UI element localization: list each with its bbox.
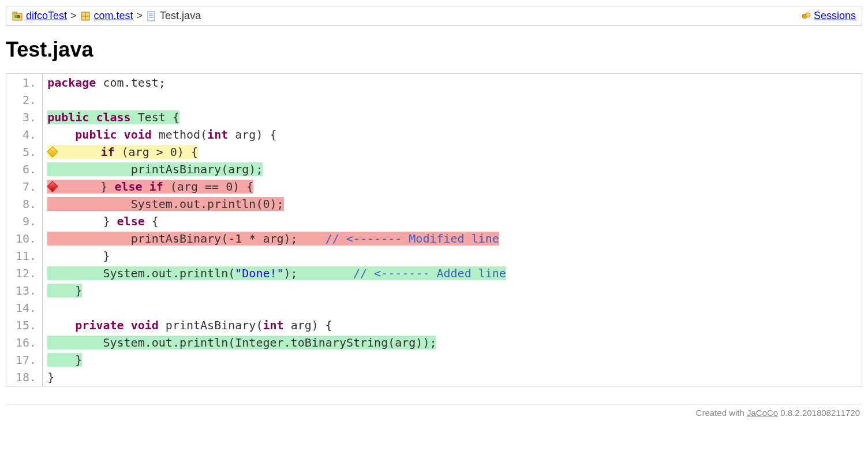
line-number: 16. xyxy=(16,334,36,351)
token-punct: ( xyxy=(114,145,128,159)
breadcrumb-right: Sessions xyxy=(801,10,856,22)
sessions-gear-icon xyxy=(801,11,811,21)
token-name: Test xyxy=(138,110,166,124)
token-name: arg xyxy=(395,336,416,349)
footer-prefix: Created with xyxy=(696,408,747,418)
code-line: } xyxy=(47,351,857,369)
partial-coverage-diamond-icon xyxy=(47,146,58,158)
token-name: printAsBinary xyxy=(131,232,222,246)
no-coverage-diamond-icon xyxy=(47,181,58,192)
breadcrumb-left: difcoTest > com.test > Test.java xyxy=(12,10,201,22)
token-keyword: else xyxy=(117,214,145,228)
token-punct: . xyxy=(145,266,152,280)
token-keyword: else xyxy=(114,180,142,194)
token-punct xyxy=(47,128,75,142)
line-number: 12. xyxy=(16,265,36,282)
token-punct: ( xyxy=(221,162,228,176)
token-name: Integer xyxy=(235,336,283,349)
line-number: 10. xyxy=(16,230,36,247)
code-line-content: } else if (arg == 0) { xyxy=(47,180,253,194)
token-punct: ) { xyxy=(256,128,276,142)
token-num: 0 xyxy=(263,197,270,211)
code-line-content: public class Test { xyxy=(47,110,179,124)
token-punct: ( xyxy=(200,128,207,142)
svg-point-12 xyxy=(806,13,810,17)
breadcrumb-package-link[interactable]: com.test xyxy=(94,10,133,22)
token-keyword: int xyxy=(263,318,283,332)
token-keyword: if xyxy=(100,145,114,159)
line-number: 18. xyxy=(16,369,36,386)
token-punct xyxy=(228,128,235,142)
token-punct: } xyxy=(47,284,82,298)
token-punct: . xyxy=(145,336,152,349)
token-name: arg xyxy=(177,180,198,194)
token-punct: ( xyxy=(256,318,263,332)
page-title: Test.java xyxy=(6,38,862,62)
code-line: printAsBinary(arg); xyxy=(47,161,857,178)
token-punct xyxy=(47,197,131,211)
token-name: arg xyxy=(291,318,312,332)
token-comment: // <------- Modified line xyxy=(326,232,499,246)
project-folder-icon xyxy=(12,11,23,21)
token-punct: ( xyxy=(228,266,235,280)
code-line: private void printAsBinary(int arg) { xyxy=(47,317,857,334)
code-line: } else { xyxy=(47,213,857,230)
token-punct xyxy=(159,318,166,332)
token-name: out xyxy=(152,336,173,349)
token-punct xyxy=(124,318,131,332)
token-punct xyxy=(96,76,103,90)
footer-separator xyxy=(6,404,862,404)
token-punct xyxy=(47,336,103,349)
code-line-content: System.out.println(0); xyxy=(47,197,283,211)
line-number: 6. xyxy=(16,161,36,178)
code-line: System.out.println(Integer.toBinaryStrin… xyxy=(47,334,857,351)
code-line: public class Test { xyxy=(47,109,857,126)
token-keyword: int xyxy=(207,128,228,142)
token-name: printAsBinary xyxy=(131,162,222,176)
line-number: 4. xyxy=(16,126,36,143)
code-line: } else if (arg == 0) { xyxy=(47,178,857,195)
code-line-content: printAsBinary(-1 * arg); // <------- Mod… xyxy=(47,232,499,246)
code-line: } xyxy=(47,282,857,299)
token-punct: . xyxy=(173,336,179,349)
line-number: 13. xyxy=(16,282,36,299)
token-name: arg xyxy=(235,128,256,142)
token-punct: == xyxy=(198,180,226,194)
footer-jacoco-link[interactable]: JaCoCo xyxy=(747,408,778,418)
token-name: println xyxy=(179,266,228,280)
token-punct: . xyxy=(124,76,131,90)
token-keyword: package xyxy=(47,76,96,90)
token-punct xyxy=(47,162,131,176)
token-punct xyxy=(131,110,138,124)
token-name: System xyxy=(103,336,144,349)
sessions-link[interactable]: Sessions xyxy=(814,10,856,22)
token-punct: } xyxy=(47,214,117,228)
token-punct: ) { xyxy=(177,145,198,159)
code-line: package com.test; xyxy=(47,74,857,91)
code-line xyxy=(47,91,857,109)
token-num: -1 xyxy=(228,232,242,246)
line-number: 5. xyxy=(16,143,36,161)
code-line-content: } xyxy=(47,284,82,298)
breadcrumb-separator: > xyxy=(137,10,143,22)
line-number: 15. xyxy=(16,317,36,334)
svg-rect-1 xyxy=(13,12,17,14)
token-punct: . xyxy=(173,197,179,211)
file-icon xyxy=(146,11,156,21)
token-name: println xyxy=(179,336,228,349)
code-line: printAsBinary(-1 * arg); // <------- Mod… xyxy=(47,230,857,247)
token-name: System xyxy=(131,197,173,211)
token-punct xyxy=(89,110,96,124)
token-punct: ( xyxy=(256,197,263,211)
token-name: com xyxy=(103,76,124,90)
code-line-content: } xyxy=(47,249,110,263)
token-punct: > xyxy=(149,145,170,159)
token-punct: . xyxy=(173,266,179,280)
token-punct xyxy=(152,128,159,142)
breadcrumb-project-link[interactable]: difcoTest xyxy=(26,10,67,22)
code-line: } xyxy=(47,369,857,386)
token-name: arg xyxy=(263,232,283,246)
token-punct: } xyxy=(59,180,114,194)
token-punct: )); xyxy=(416,336,436,349)
line-number: 9. xyxy=(16,213,36,230)
